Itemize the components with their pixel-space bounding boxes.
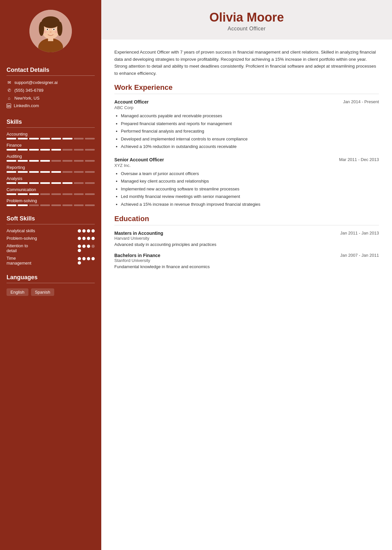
dot	[78, 249, 81, 252]
dot	[82, 229, 86, 233]
soft-skill-item: Problem-solving	[7, 236, 95, 241]
edu-description: Fundamental knowledge in finance and eco…	[114, 264, 379, 269]
soft-skill-item: Analytical skills	[7, 228, 95, 233]
edu-date: Jan 2011 - Jan 2013	[340, 231, 379, 235]
languages-divider	[7, 283, 95, 283]
skills-title: Skills	[7, 119, 22, 125]
phone-icon: ✆	[7, 88, 12, 93]
skill-dash	[18, 149, 27, 151]
summary-text: Experienced Account Officer with 7 years…	[114, 49, 379, 77]
exp-header: Senior Account OfficerMar 2011 - Dec 201…	[114, 157, 379, 162]
skill-dash	[74, 149, 84, 151]
work-entry: Account OfficerJan 2014 - PresentABC Cor…	[114, 99, 379, 150]
svg-rect-6	[48, 37, 53, 41]
skill-label: Auditing	[7, 154, 95, 159]
svg-point-4	[39, 22, 44, 36]
skills-list: AccountingFinanceAuditingReportingAnalys…	[7, 132, 95, 209]
avatar-wrapper	[7, 10, 95, 52]
skill-bar	[7, 138, 95, 139]
skill-dash	[85, 138, 95, 139]
skill-bar	[7, 149, 95, 151]
soft-skills-list: Analytical skillsProblem-solvingAttentio…	[7, 228, 95, 268]
contact-phone: ✆ (555) 345-6789	[7, 88, 43, 93]
svg-point-13	[55, 31, 58, 33]
exp-company: XYZ Inc.	[114, 163, 379, 168]
exp-date: Mar 2011 - Dec 2013	[339, 157, 379, 162]
work-entries: Account OfficerJan 2014 - PresentABC Cor…	[114, 99, 379, 207]
skill-label: Analysis	[7, 176, 95, 181]
dot	[87, 237, 90, 240]
skill-dash	[29, 160, 39, 162]
dot	[78, 257, 81, 260]
skill-dash	[51, 204, 61, 206]
education-title: Education	[114, 215, 379, 223]
dots-row	[78, 245, 95, 248]
skill-dash	[7, 138, 16, 139]
contact-divider	[7, 75, 95, 76]
exp-bullet: Prepared financial statements and report…	[121, 121, 379, 127]
dot	[91, 237, 95, 240]
skill-dash	[85, 171, 95, 173]
skill-dash	[51, 182, 61, 184]
edu-entry: Masters in AccountingJan 2011 - Jan 2013…	[114, 231, 379, 247]
soft-skill-label: Time management	[7, 256, 78, 266]
dots-row	[78, 257, 95, 260]
skill-dash	[62, 193, 72, 195]
edu-school: Stanford University	[114, 258, 379, 263]
edu-degree: Bachelors in Finance	[114, 253, 160, 258]
skill-item: Analysis	[7, 176, 95, 184]
skill-label: Communication	[7, 187, 95, 192]
edu-school: Harvard University	[114, 236, 379, 241]
dot	[91, 257, 95, 260]
skill-bar	[7, 171, 95, 173]
skill-dash	[18, 182, 27, 184]
dot	[78, 245, 81, 248]
languages-list: EnglishSpanish	[7, 288, 54, 296]
main-content: Olivia Moore Account Officer Experienced…	[101, 0, 392, 550]
work-entry: Senior Account OfficerMar 2011 - Dec 201…	[114, 157, 379, 208]
contact-title: Contact Details	[7, 67, 49, 73]
skill-dash	[74, 204, 84, 206]
linkedin-value: LinkedIn.com	[14, 103, 39, 108]
skill-dash	[51, 171, 61, 173]
skill-dash	[62, 204, 72, 206]
skill-dash	[51, 193, 61, 195]
skill-dash	[29, 204, 39, 206]
skill-dash	[18, 160, 27, 162]
exp-bullet: Managed key client accounts and relation…	[121, 178, 379, 185]
dot	[82, 237, 86, 240]
exp-bullet: Implemented new accounting software to s…	[121, 186, 379, 192]
exp-bullets: Managed accounts payable and receivable …	[114, 113, 379, 150]
skill-dash	[74, 138, 84, 139]
location-value: NewYork, US	[14, 96, 40, 101]
email-icon: ✉	[7, 80, 12, 85]
skill-dash	[7, 182, 16, 184]
skill-dash	[7, 193, 16, 195]
svg-point-11	[50, 31, 52, 33]
skill-dash	[18, 204, 27, 206]
exp-company: ABC Corp	[114, 105, 379, 110]
contact-linkedin: in LinkedIn.com	[7, 103, 39, 108]
skill-dash	[85, 182, 95, 184]
edu-header: Masters in AccountingJan 2011 - Jan 2013	[114, 231, 379, 236]
skill-bar	[7, 193, 95, 195]
soft-skill-item: Attention to detail	[7, 243, 95, 253]
edu-entry: Bachelors in FinanceJan 2007 - Jan 2011S…	[114, 253, 379, 269]
contact-email: ✉ support@cvdesigner.ai	[7, 80, 57, 85]
skill-dash	[74, 193, 84, 195]
edu-header: Bachelors in FinanceJan 2007 - Jan 2011	[114, 253, 379, 258]
skill-bar	[7, 182, 95, 184]
skill-dash	[7, 171, 16, 173]
soft-skill-label: Attention to detail	[7, 243, 78, 253]
skill-item: Reporting	[7, 165, 95, 173]
exp-bullet: Led monthly financial review meetings wi…	[121, 193, 379, 200]
dot	[91, 229, 95, 233]
skill-dash	[74, 182, 84, 184]
svg-point-12	[43, 31, 47, 33]
skill-dash	[18, 138, 27, 139]
exp-bullets: Oversaw a team of junior account officer…	[114, 170, 379, 208]
skill-dash	[62, 160, 72, 162]
education-section: Education Masters in AccountingJan 2011 …	[114, 215, 379, 269]
soft-skill-dots	[78, 257, 95, 265]
skill-dash	[85, 149, 95, 151]
